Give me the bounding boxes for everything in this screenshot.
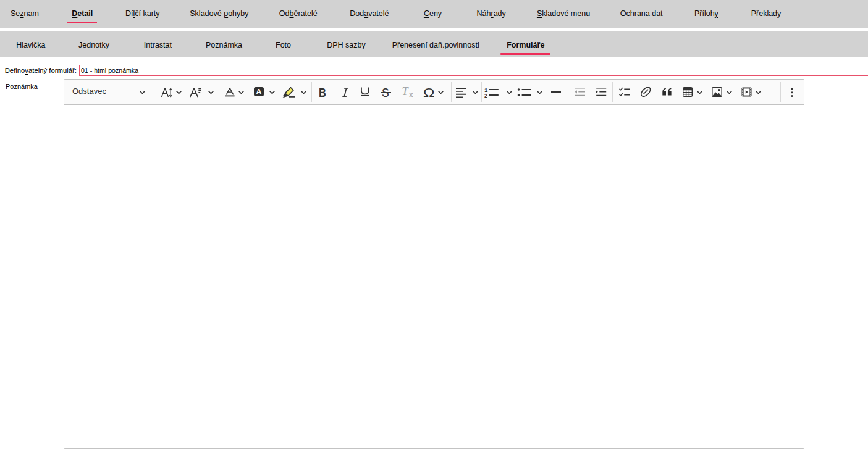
svg-text:2: 2 (484, 93, 487, 98)
svg-text:1: 1 (484, 87, 487, 93)
